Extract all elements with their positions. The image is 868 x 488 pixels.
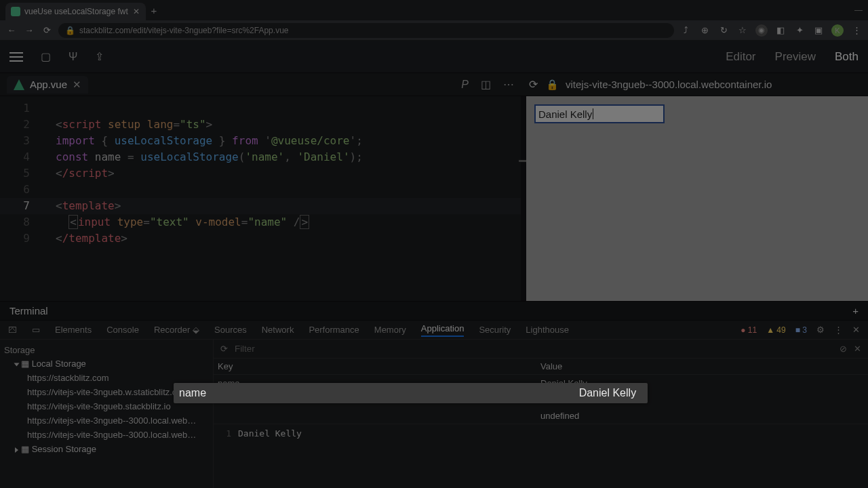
devtools-tabs: ⮹ ▭ Elements Console Recorder ⬙ Sources … <box>0 321 868 340</box>
tab-lighthouse[interactable]: Lighthouse <box>526 325 569 335</box>
file-tab[interactable]: App.vue ✕ <box>7 76 88 94</box>
devtools-kebab-icon[interactable]: ⋮ <box>834 325 843 335</box>
browser-tabstrip: vueUse useLocalStorage fwt ✕ + — <box>0 0 868 20</box>
refresh-icon[interactable]: ⟳ <box>220 344 228 354</box>
storage-toolbar: ⟳ ⊘ ✕ <box>214 340 868 359</box>
highlighted-storage-row[interactable]: name Daniel Kelly <box>174 383 648 403</box>
info-badge[interactable]: ■ 3 <box>795 325 807 335</box>
back-icon[interactable]: ← <box>5 24 18 37</box>
code-content: <script setup lang="ts"> import { useLoc… <box>56 100 363 263</box>
lock-icon: 🔒 <box>65 26 75 35</box>
tab-close-icon[interactable]: ✕ <box>132 7 140 16</box>
preview-input-value: Daniel Kelly <box>538 108 592 120</box>
clear-icon[interactable]: ⊘ <box>840 344 847 354</box>
address-bar[interactable]: 🔒 stackblitz.com/edit/vitejs-vite-3ngueb… <box>58 23 674 38</box>
warning-badge[interactable]: ▲ 49 <box>766 325 786 335</box>
ext-icon[interactable]: ⊕ <box>698 24 711 37</box>
kebab-menu-icon[interactable]: ⋮ <box>850 24 863 37</box>
storage-tree: Storage ▦ Local Storage https://stackbli… <box>0 340 214 488</box>
ext-icon[interactable]: ✦ <box>793 24 806 37</box>
line-gutter: 123456789 <box>0 100 41 247</box>
tab-memory[interactable]: Memory <box>374 325 406 335</box>
devtools-close-icon[interactable]: ✕ <box>852 325 860 335</box>
vue-file-icon <box>14 79 24 90</box>
table-row[interactable]: undefined <box>214 407 868 424</box>
terminal-add-icon[interactable]: + <box>852 305 859 317</box>
more-icon[interactable]: ⋯ <box>503 78 514 91</box>
storage-detail: 1Daniel Kelly <box>214 424 868 443</box>
save-icon[interactable]: ▢ <box>41 50 51 63</box>
preview-reload-icon[interactable]: ⟳ <box>529 78 538 91</box>
tab-recorder[interactable]: Recorder ⬙ <box>154 325 199 335</box>
tree-origin[interactable]: https://vitejs-vite-3ngueb--3000.local.w… <box>0 428 213 442</box>
prettier-icon[interactable]: P <box>461 79 469 91</box>
preview-pane: Daniel Kelly <box>526 96 868 301</box>
stackblitz-header: ▢ Ψ ⇪ Editor Preview Both <box>0 41 868 73</box>
devtools-settings-icon[interactable]: ⚙ <box>816 325 825 335</box>
preview-url[interactable]: vitejs-vite-3ngueb--3000.local.webcontai… <box>566 79 772 90</box>
error-badge[interactable]: ● 11 <box>741 325 757 335</box>
terminal-header[interactable]: Terminal + <box>0 301 868 320</box>
tab-elements[interactable]: Elements <box>55 325 92 335</box>
delete-icon[interactable]: ✕ <box>854 344 861 354</box>
tree-session-storage[interactable]: ▦ Session Storage <box>0 442 213 456</box>
file-tab-close-icon[interactable]: ✕ <box>73 79 81 91</box>
tab-application[interactable]: Application <box>421 323 465 337</box>
col-value[interactable]: Value <box>536 361 868 371</box>
storage-table: ⟳ ⊘ ✕ Key Value name Daniel Kelly Daniel… <box>214 340 868 488</box>
tab-console[interactable]: Console <box>106 325 139 335</box>
ext-icon[interactable]: ▣ <box>812 24 825 37</box>
ext-icon[interactable]: ⤴ <box>679 24 692 37</box>
highlight-key: name <box>179 387 434 399</box>
browser-tab[interactable]: vueUse useLocalStorage fwt ✕ <box>5 3 146 20</box>
preview-text-input[interactable]: Daniel Kelly <box>534 104 665 123</box>
tree-origin[interactable]: https://vitejs-vite-3ngueb--3000.local.w… <box>0 413 213 428</box>
text-caret-icon <box>593 108 593 119</box>
split-handle[interactable] <box>521 96 526 301</box>
ext-icon[interactable]: ◧ <box>774 24 787 37</box>
tree-local-storage[interactable]: ▦ Local Storage <box>0 357 213 371</box>
mode-both[interactable]: Both <box>835 50 859 64</box>
col-key[interactable]: Key <box>214 361 536 371</box>
tab-performance[interactable]: Performance <box>309 325 359 335</box>
browser-toolbar: ← → ⟳ 🔒 stackblitz.com/edit/vitejs-vite-… <box>0 20 868 41</box>
hamburger-menu-icon[interactable] <box>9 49 23 64</box>
preview-viewport[interactable]: Daniel Kelly <box>526 96 868 301</box>
tab-network[interactable]: Network <box>262 325 294 335</box>
new-tab-button[interactable]: + <box>146 5 162 16</box>
filter-input[interactable] <box>235 344 833 354</box>
address-url: stackblitz.com/edit/vitejs-vite-3ngueb?f… <box>79 26 288 35</box>
mode-preview[interactable]: Preview <box>775 50 816 64</box>
ext-icon[interactable]: ↻ <box>717 24 730 37</box>
tab-sources[interactable]: Sources <box>214 325 247 335</box>
browser-tab-title: vueUse useLocalStorage fwt <box>24 7 128 16</box>
highlight-value: Daniel Kelly <box>434 387 642 399</box>
profile-avatar-icon[interactable]: K <box>831 24 844 37</box>
view-mode-tabs: Editor Preview Both <box>726 50 859 64</box>
storage-section-header: Storage <box>0 344 213 357</box>
detail-value: Daniel Kelly <box>238 428 302 439</box>
reload-icon[interactable]: ⟳ <box>41 24 53 37</box>
devtools-device-icon[interactable]: ▭ <box>32 325 40 335</box>
terminal-title-label: Terminal <box>9 305 48 317</box>
preview-lock-icon: 🔒 <box>546 79 559 91</box>
devtools-inspect-icon[interactable]: ⮹ <box>8 325 17 335</box>
ext-icon[interactable]: ☆ <box>736 24 749 37</box>
file-tab-name: App.vue <box>30 79 67 90</box>
extensions: ⤴ ⊕ ↻ ☆ ◉ ◧ ✦ ▣ K ⋮ <box>679 24 863 37</box>
fork-icon[interactable]: Ψ <box>68 51 77 63</box>
editor-preview-split: 123456789 <script setup lang="ts"> impor… <box>0 96 868 301</box>
devtools-panel: ⮹ ▭ Elements Console Recorder ⬙ Sources … <box>0 320 868 488</box>
split-editor-icon[interactable]: ◫ <box>481 78 491 91</box>
ext-icon[interactable]: ◉ <box>755 24 768 37</box>
mode-editor[interactable]: Editor <box>726 50 755 64</box>
share-icon[interactable]: ⇪ <box>95 50 104 63</box>
forward-icon[interactable]: → <box>23 24 35 37</box>
table-header-row: Key Value <box>214 359 868 375</box>
tab-security[interactable]: Security <box>479 325 511 335</box>
code-editor[interactable]: 123456789 <script setup lang="ts"> impor… <box>0 96 521 301</box>
favicon-icon <box>11 7 20 16</box>
window-minimize-icon[interactable]: — <box>854 5 863 15</box>
